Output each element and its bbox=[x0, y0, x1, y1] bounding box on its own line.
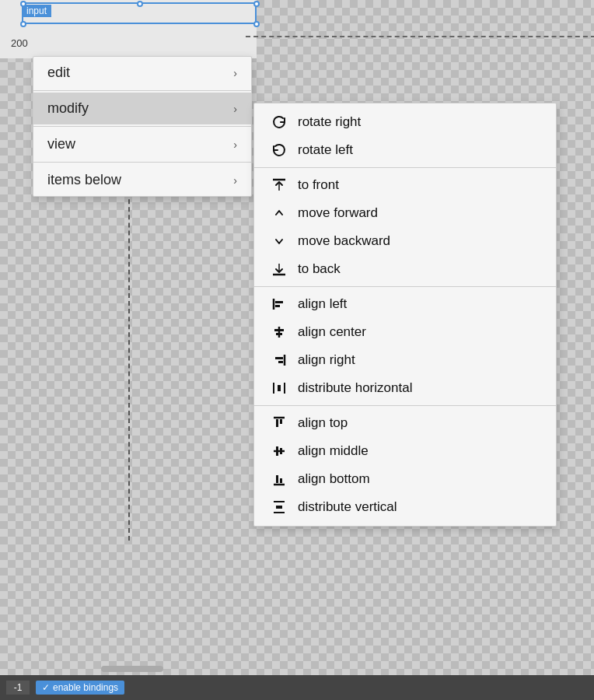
submenu-item-align-bottom[interactable]: align bottom bbox=[254, 465, 556, 493]
distribute-vertical-label: distribute vertical bbox=[298, 499, 397, 515]
align-right-icon bbox=[267, 352, 292, 368]
input-element-label: input bbox=[22, 5, 51, 17]
submenu-item-rotate-left[interactable]: rotate left bbox=[254, 136, 556, 164]
svg-rect-6 bbox=[274, 329, 284, 331]
modify-submenu: rotate right rotate left to front mo bbox=[253, 103, 557, 527]
align-top-icon bbox=[267, 415, 292, 431]
menu-item-items-below[interactable]: items below › bbox=[33, 164, 251, 196]
move-backward-icon bbox=[267, 233, 292, 249]
submenu-item-align-right[interactable]: align right bbox=[254, 346, 556, 374]
submenu-item-move-backward[interactable]: move backward bbox=[254, 227, 556, 255]
svg-rect-15 bbox=[276, 419, 278, 427]
sub-divider-1 bbox=[254, 167, 556, 168]
submenu-item-to-front[interactable]: to front bbox=[254, 171, 556, 199]
dashed-horizontal-line bbox=[246, 36, 594, 37]
y-coord-label: 200 bbox=[11, 37, 28, 49]
svg-rect-9 bbox=[275, 357, 283, 359]
submenu-item-distribute-horizontal[interactable]: distribute horizontal bbox=[254, 374, 556, 402]
menu-modify-arrow: › bbox=[233, 103, 237, 115]
menu-edit-label: edit bbox=[47, 65, 70, 81]
move-forward-icon bbox=[267, 205, 292, 221]
handle-top-right[interactable] bbox=[253, 1, 260, 7]
align-bottom-label: align bottom bbox=[298, 471, 370, 487]
handle-top-middle[interactable] bbox=[137, 1, 143, 7]
svg-rect-10 bbox=[278, 361, 283, 363]
svg-rect-13 bbox=[278, 385, 281, 391]
menu-divider-2 bbox=[33, 126, 251, 127]
rotate-left-label: rotate left bbox=[298, 142, 353, 158]
menu-divider-3 bbox=[33, 162, 251, 163]
rotate-right-label: rotate right bbox=[298, 114, 361, 130]
move-backward-label: move backward bbox=[298, 233, 390, 249]
menu-view-arrow: › bbox=[233, 138, 237, 151]
sub-divider-3 bbox=[254, 405, 556, 406]
submenu-item-move-forward[interactable]: move forward bbox=[254, 199, 556, 227]
main-context-menu: edit › modify › view › items below › bbox=[33, 56, 252, 197]
menu-item-view[interactable]: view › bbox=[33, 128, 251, 160]
svg-rect-22 bbox=[280, 478, 282, 483]
menu-items-below-arrow: › bbox=[233, 174, 237, 187]
bottom-bar: -1 ✓ enable bindings bbox=[0, 675, 594, 700]
rotate-right-icon bbox=[267, 114, 292, 130]
to-back-label: to back bbox=[298, 261, 341, 277]
bottom-value: -1 bbox=[6, 681, 30, 695]
move-forward-label: move forward bbox=[298, 205, 378, 221]
sub-divider-2 bbox=[254, 286, 556, 287]
canvas-input-element: input bbox=[11, 2, 246, 24]
to-back-icon bbox=[267, 261, 292, 277]
menu-edit-arrow: › bbox=[233, 67, 237, 79]
svg-rect-21 bbox=[276, 475, 278, 483]
handle-bottom-left[interactable] bbox=[20, 21, 26, 27]
scroll-thumb[interactable] bbox=[101, 666, 163, 672]
enable-bindings-label: enable bindings bbox=[53, 682, 118, 693]
align-center-icon bbox=[267, 324, 292, 340]
menu-item-edit[interactable]: edit › bbox=[33, 57, 251, 89]
svg-rect-3 bbox=[275, 301, 283, 303]
svg-rect-19 bbox=[280, 448, 282, 454]
align-left-label: align left bbox=[298, 296, 347, 312]
enable-bindings-button[interactable]: ✓ enable bindings bbox=[36, 681, 124, 695]
distribute-vertical-icon bbox=[267, 499, 292, 515]
align-bottom-icon bbox=[267, 471, 292, 487]
distribute-horizontal-icon bbox=[267, 380, 292, 396]
svg-rect-4 bbox=[275, 305, 280, 307]
checkmark-icon: ✓ bbox=[42, 682, 50, 693]
submenu-item-to-back[interactable]: to back bbox=[254, 255, 556, 283]
align-middle-icon bbox=[267, 443, 292, 459]
svg-rect-16 bbox=[280, 419, 282, 424]
svg-rect-25 bbox=[276, 506, 282, 509]
menu-view-label: view bbox=[47, 136, 75, 152]
align-middle-label: align middle bbox=[298, 443, 369, 459]
menu-items-below-label: items below bbox=[47, 172, 121, 188]
rotate-left-icon bbox=[267, 142, 292, 158]
menu-modify-label: modify bbox=[47, 100, 89, 117]
handle-top-left[interactable] bbox=[20, 1, 26, 7]
align-left-icon bbox=[267, 296, 292, 312]
submenu-item-align-left[interactable]: align left bbox=[254, 290, 556, 318]
distribute-horizontal-label: distribute horizontal bbox=[298, 380, 412, 396]
handle-bottom-right[interactable] bbox=[253, 21, 260, 27]
menu-divider-1 bbox=[33, 90, 251, 91]
align-center-label: align center bbox=[298, 324, 366, 340]
align-right-label: align right bbox=[298, 352, 355, 368]
submenu-item-align-center[interactable]: align center bbox=[254, 318, 556, 346]
svg-rect-7 bbox=[276, 333, 282, 335]
align-top-label: align top bbox=[298, 415, 348, 431]
menu-item-modify[interactable]: modify › bbox=[33, 93, 251, 124]
to-front-label: to front bbox=[298, 177, 339, 193]
to-front-icon bbox=[267, 177, 292, 193]
svg-rect-18 bbox=[276, 446, 278, 456]
submenu-item-rotate-right[interactable]: rotate right bbox=[254, 108, 556, 136]
submenu-item-distribute-vertical[interactable]: distribute vertical bbox=[254, 493, 556, 521]
submenu-item-align-top[interactable]: align top bbox=[254, 409, 556, 437]
submenu-item-align-middle[interactable]: align middle bbox=[254, 437, 556, 465]
